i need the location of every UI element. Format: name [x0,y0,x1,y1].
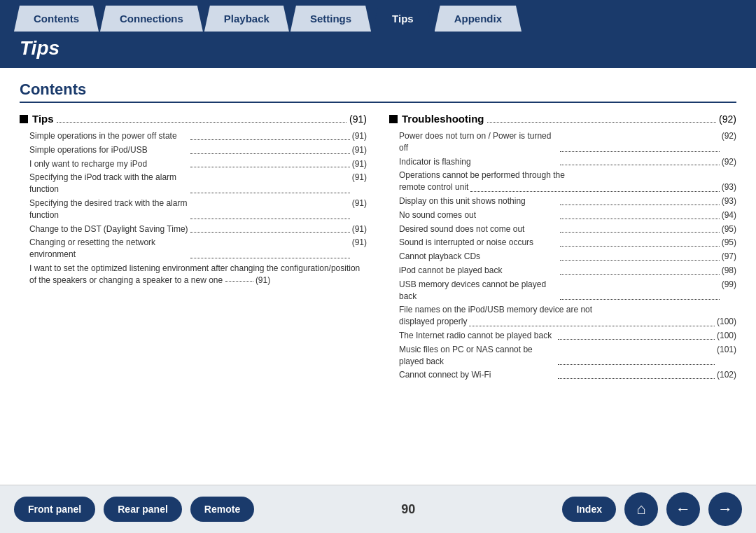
troubleshooting-section-heading: Troubleshooting (92) [389,113,736,125]
tips-heading-page: (91) [349,113,367,125]
tab-playback[interactable]: Playback [204,6,289,32]
left-column: Tips (91) Simple operations in the power… [20,113,367,383]
two-column-layout: Tips (91) Simple operations in the power… [20,113,736,383]
forward-icon: → [718,500,733,518]
section-square-icon [389,115,398,123]
list-item: iPod cannot be played back (98) [389,265,736,277]
content-heading: Contents [20,81,736,103]
multiline-label: I want to set the optimized listening en… [29,263,360,285]
list-item: Sound is interrupted or noise occurs (95… [389,237,736,249]
tips-heading-label: Tips [32,113,54,125]
list-item: Music files on PC or NAS cannot be playe… [389,344,736,368]
back-button[interactable]: ← [666,492,700,526]
tips-section-heading: Tips (91) [20,113,367,125]
tab-settings[interactable]: Settings [290,6,371,32]
tab-connections[interactable]: Connections [100,6,203,32]
troubleshooting-heading-label: Troubleshooting [402,113,484,125]
list-item: Display on this unit shows nothing (93) [389,195,736,207]
home-icon: ⌂ [636,500,645,518]
list-item: No sound comes out (94) [389,209,736,221]
list-item: I only want to recharge my iPod (91) [20,158,367,170]
bottom-nav: Front panel Rear panel Remote 90 Index ⌂… [0,485,756,533]
content-area: Contents Tips (91) Simple operations in … [0,68,756,485]
list-item: Cannot playback CDs (97) [389,251,736,263]
list-item: Simple operations for iPod/USB (91) [20,144,367,156]
tab-appendix[interactable]: Appendix [435,6,522,32]
list-item: Indicator is flashing (92) [389,156,736,168]
front-panel-button[interactable]: Front panel [14,497,95,522]
rear-panel-button[interactable]: Rear panel [104,497,182,522]
index-button[interactable]: Index [562,497,616,522]
list-item: Changing or resetting the network enviro… [20,237,367,261]
list-item: I want to set the optimized listening en… [20,263,367,286]
list-item: File names on the iPod/USB memory device… [389,304,736,328]
home-button[interactable]: ⌂ [624,492,658,526]
list-item: Simple operations in the power off state… [20,130,367,142]
section-square-icon [20,115,28,123]
tab-bar: Contents Connections Playback Settings T… [0,0,756,32]
forward-button[interactable]: → [708,492,742,526]
tab-tips[interactable]: Tips [372,6,433,32]
list-item: Power does not turn on / Power is turned… [389,130,736,154]
list-item: Change to the DST (Daylight Saving Time)… [20,223,367,235]
back-icon: ← [676,500,691,518]
multiline-page: (91) [255,275,270,285]
page-title-bar: Tips [0,32,756,68]
list-item: Desired sound does not come out (95) [389,223,736,235]
page-number: 90 [262,502,554,517]
list-item: Specifying the desired track with the al… [20,198,367,221]
list-item: Specifying the iPod track with the alarm… [20,172,367,195]
page-title: Tips [20,37,736,60]
remote-button[interactable]: Remote [190,497,254,522]
troubleshooting-heading-page: (92) [719,113,736,125]
list-item: Cannot connect by Wi-Fi (102) [389,369,736,381]
list-item: The Internet radio cannot be played back… [389,330,736,342]
tab-contents[interactable]: Contents [14,6,99,32]
list-item: Operations cannot be performed through t… [389,169,736,193]
right-column: Troubleshooting (92) Power does not turn… [389,113,736,383]
list-item: USB memory devices cannot be played back… [389,279,736,303]
